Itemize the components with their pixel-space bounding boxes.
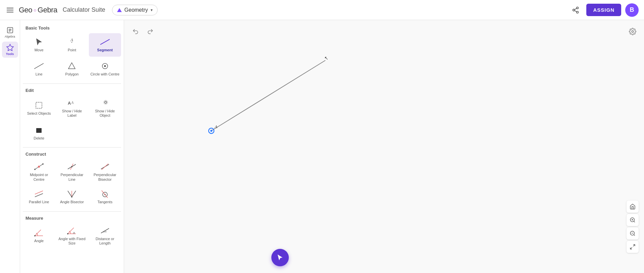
tool-perpendicular-line[interactable]: Perpendicular Line	[56, 159, 88, 184]
tool-move[interactable]: Move	[23, 33, 55, 57]
tool-line[interactable]: Line	[23, 57, 55, 81]
zoom-out-button[interactable]	[627, 227, 639, 239]
sidebar-item-algebra[interactable]: Algebra	[2, 24, 18, 40]
user-avatar[interactable]: B	[625, 3, 639, 17]
svg-point-19	[105, 101, 107, 103]
point-label: Point	[68, 48, 76, 52]
tool-perpendicular-bisector[interactable]: Perpendicular Bisector	[89, 159, 121, 184]
svg-text:A: A	[214, 124, 217, 129]
distance-icon: cm	[100, 226, 110, 235]
logo-gebra: Gebra	[38, 6, 57, 14]
chevron-down-icon: ▾	[151, 8, 153, 12]
show-hide-label-label: Show / Hide Label	[57, 109, 87, 118]
svg-line-33	[72, 191, 76, 197]
tool-segment[interactable]: Segment	[89, 33, 121, 57]
logo-dot: ○	[34, 7, 36, 13]
angle-fixed-label: Angle with Fixed Size	[57, 237, 87, 245]
divider-1	[23, 84, 121, 84]
tool-parallel-line[interactable]: Parallel Line	[23, 185, 55, 209]
svg-line-56	[634, 221, 635, 222]
svg-point-49	[632, 31, 634, 33]
tools-label: Tools	[6, 52, 14, 56]
svg-rect-16	[36, 102, 42, 108]
show-hide-object-label: Show / Hide Object	[90, 109, 120, 118]
perpendicular-bisector-icon	[100, 162, 110, 171]
basic-tools-title: Basic Tools	[23, 24, 121, 33]
midpoint-icon	[34, 162, 44, 171]
angle-label: Angle	[34, 239, 44, 243]
tool-angle-fixed[interactable]: α Angle with Fixed Size	[56, 223, 88, 248]
tool-circle[interactable]: Circle with Centre	[89, 57, 121, 81]
svg-point-42	[34, 235, 36, 236]
parallel-line-icon	[34, 189, 44, 199]
move-icon	[35, 37, 43, 47]
svg-line-50	[211, 60, 325, 131]
move-label: Move	[35, 48, 44, 52]
construct-tools-grid: Midpoint or Centre Perpendicular Line	[23, 159, 121, 208]
svg-line-60	[634, 234, 635, 235]
fullscreen-button[interactable]	[627, 241, 639, 253]
midpoint-label: Midpoint or Centre	[24, 173, 54, 181]
fab-cursor-button[interactable]	[271, 249, 289, 266]
basic-tools-grid: Move · A Point Segment	[23, 33, 121, 81]
geometry-selector[interactable]: Geometry ▾	[112, 5, 158, 15]
undo-button[interactable]	[129, 25, 142, 38]
tool-tangents[interactable]: Tangents	[89, 185, 121, 209]
share-button[interactable]	[569, 3, 582, 17]
tool-midpoint[interactable]: Midpoint or Centre	[23, 159, 55, 184]
parallel-line-label: Parallel Line	[29, 200, 49, 204]
menu-button[interactable]	[5, 6, 15, 14]
svg-text:A: A	[70, 38, 73, 42]
algebra-label: Algebra	[5, 35, 15, 38]
zoom-in-button[interactable]	[627, 214, 639, 226]
canvas-drawing: A ↖	[124, 20, 644, 273]
tool-polygon[interactable]: Polygon	[56, 57, 88, 81]
tool-point[interactable]: · A Point	[56, 33, 88, 57]
svg-point-28	[71, 166, 72, 167]
angle-icon	[34, 228, 44, 237]
svg-line-31	[35, 194, 43, 197]
tool-delete[interactable]: Delete	[23, 121, 55, 145]
svg-line-3	[575, 10, 577, 12]
tool-select[interactable]: Select Objects	[23, 96, 55, 120]
assign-button[interactable]: ASSIGN	[586, 4, 621, 16]
polygon-icon	[68, 61, 76, 71]
circle-label: Circle with Centre	[90, 72, 119, 76]
divider-2	[23, 147, 121, 148]
svg-text:cm: cm	[103, 230, 107, 233]
tool-angle-bisector[interactable]: Angle Bisector	[56, 185, 88, 209]
sidebar-item-tools[interactable]: Tools	[2, 42, 18, 58]
segment-icon	[100, 37, 110, 47]
show-hide-object-icon	[101, 98, 109, 108]
svg-line-62	[633, 244, 635, 246]
tool-show-hide-label[interactable]: A A Show / Hide Label	[56, 96, 88, 120]
right-mini-toolbar	[627, 201, 639, 253]
canvas-area[interactable]: A ↖	[124, 20, 644, 273]
svg-point-2	[577, 11, 579, 13]
perpendicular-line-label: Perpendicular Line	[57, 173, 87, 181]
tool-angle[interactable]: Angle	[23, 223, 55, 248]
main-area: Algebra Tools Basic Tools Move	[0, 20, 644, 273]
svg-rect-21	[36, 128, 42, 133]
divider-3	[23, 211, 121, 212]
redo-button[interactable]	[144, 25, 156, 38]
svg-line-63	[630, 248, 632, 249]
edit-title: Edit	[23, 87, 121, 96]
geogebra-logo: Geo○Gebra	[19, 6, 57, 14]
tool-show-hide-object[interactable]: Show / Hide Object	[89, 96, 121, 120]
point-icon: · A	[68, 37, 76, 47]
svg-point-25	[42, 163, 44, 165]
logo-geo: Geo	[19, 6, 32, 14]
perpendicular-bisector-label: Perpendicular Bisector	[90, 173, 120, 181]
line-label: Line	[36, 72, 43, 76]
segment-label: Segment	[97, 48, 113, 52]
delete-label: Delete	[34, 136, 44, 141]
perpendicular-line-icon	[67, 162, 76, 171]
home-button[interactable]	[627, 201, 639, 213]
svg-point-0	[577, 7, 579, 9]
measure-title: Measure	[23, 214, 121, 223]
settings-button[interactable]	[627, 25, 639, 38]
construct-title: Construct	[23, 150, 121, 159]
tool-distance[interactable]: cm Distance or Length	[89, 223, 121, 248]
svg-text:α: α	[73, 231, 75, 234]
